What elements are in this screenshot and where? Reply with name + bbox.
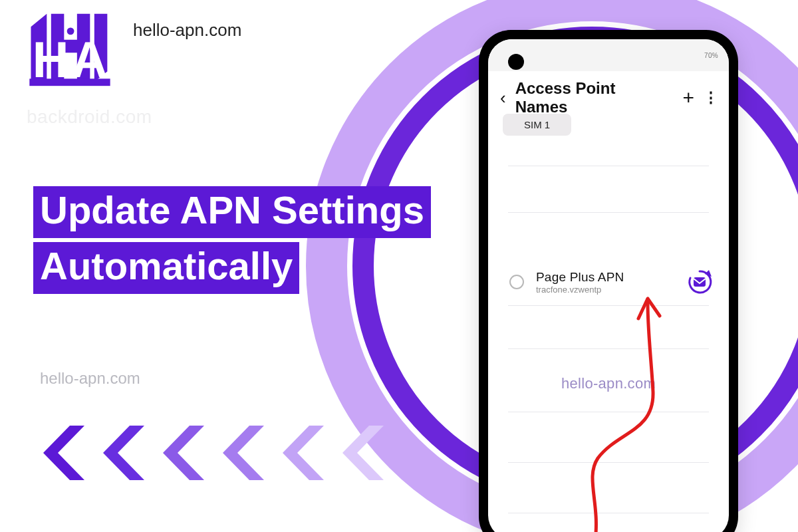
list-divider (508, 348, 709, 349)
chevron-left-icon (156, 426, 204, 480)
page-title: Access Point Names (515, 79, 664, 116)
punch-hole-camera (508, 54, 524, 70)
status-bar: 70% (488, 39, 729, 71)
list-divider (508, 513, 709, 513)
chevron-left-icon (216, 426, 264, 480)
apn-item-title: Page Plus APN (536, 270, 674, 285)
svg-text:A: A (71, 31, 108, 88)
svg-rect-8 (694, 277, 706, 287)
list-divider (508, 412, 709, 412)
more-menu-icon[interactable]: ⋮ (704, 89, 717, 106)
radio-unselected-icon[interactable] (509, 275, 524, 289)
brand-url: hello-apn.com (133, 20, 241, 41)
headline-text-2: Automatically (33, 242, 299, 294)
phone-mockup: 70% ‹ Access Point Names + ⋮ SIM 1 Page … (479, 30, 738, 532)
chevron-left-icon (336, 426, 384, 480)
apn-item-subtitle: tracfone.vzwentp (536, 285, 674, 295)
headline-text-1: Update APN Settings (33, 186, 431, 238)
list-divider (508, 166, 709, 166)
list-divider (508, 305, 709, 306)
chevron-left-icon (96, 426, 144, 480)
chevron-row (37, 426, 384, 480)
headline-line-1: Update APN Settings (33, 186, 431, 238)
chevron-left-icon (37, 426, 84, 480)
apn-header: ‹ Access Point Names + ⋮ (488, 79, 729, 116)
phone-screen: 70% ‹ Access Point Names + ⋮ SIM 1 Page … (488, 39, 729, 532)
chevron-left-icon (276, 426, 324, 480)
apn-list-item[interactable]: Page Plus APN tracfone.vzwentp (509, 269, 713, 295)
refresh-mail-icon (686, 269, 713, 295)
apn-text-block: Page Plus APN tracfone.vzwentp (536, 270, 674, 295)
mid-watermark: hello-apn.com (40, 369, 140, 388)
brand-logo: H A (27, 7, 113, 93)
list-divider (508, 462, 709, 463)
headline-line-2: Automatically (33, 242, 299, 294)
screen-watermark: hello-apn.com (488, 375, 729, 392)
add-apn-button[interactable]: + (682, 86, 694, 109)
faint-watermark: backdroid.com (27, 106, 152, 128)
back-icon[interactable]: ‹ (500, 88, 506, 108)
list-divider (508, 212, 709, 213)
sim-tab[interactable]: SIM 1 (503, 114, 571, 136)
battery-percent: 70% (704, 52, 718, 59)
svg-text:H: H (33, 31, 69, 88)
